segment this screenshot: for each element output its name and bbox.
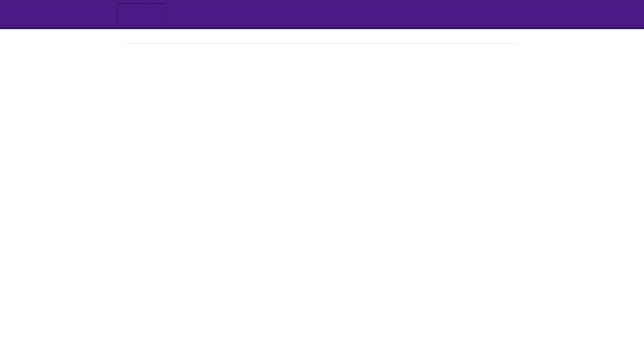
section-divider	[125, 43, 517, 44]
main-content	[125, 43, 519, 92]
app-header	[0, 0, 644, 29]
fedex-logo[interactable]	[117, 3, 165, 26]
